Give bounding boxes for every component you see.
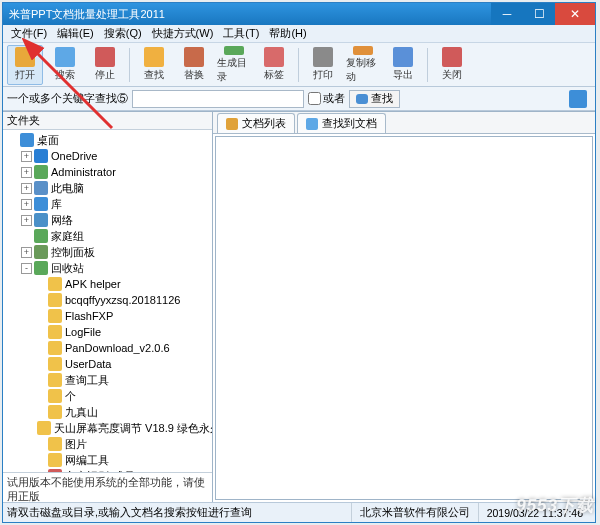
body: 文件夹 桌面+OneDrive+Administrator+此电脑+库+网络家庭… [3,111,595,502]
app-window: 米普PPT文档批量处理工具2011 ─ ☐ ✕ 文件(F) 编辑(E) 搜索(Q… [2,2,596,523]
tree-item-label: 网络 [51,213,73,228]
tree-item-label: APK helper [65,278,121,290]
folder-icon [48,277,62,291]
minimize-button[interactable]: ─ [491,3,523,25]
expand-icon[interactable]: - [21,263,32,274]
homegroup-icon [34,229,48,243]
toolbar-icon [224,46,244,55]
or-checkbox[interactable]: 或者 [308,91,345,106]
tree-item-label: UserData [65,358,111,370]
toolbar-label: 搜索 [55,68,75,82]
tree-item[interactable]: LogFile [3,324,212,340]
tree-item-label: 网编工具 [65,453,109,468]
tree-item[interactable]: 桌面 [3,132,212,148]
folder-tree[interactable]: 桌面+OneDrive+Administrator+此电脑+库+网络家庭组+控制… [3,130,212,472]
tree-item[interactable]: 查询工具 [3,372,212,388]
tree-item-label: 九真山 [65,405,98,420]
tree-item[interactable]: FlashFXP [3,308,212,324]
menu-tools[interactable]: 工具(T) [219,25,263,42]
tree-item-label: 库 [51,197,62,212]
tree-item[interactable]: bcqqffyyxzsq.20181126 [3,292,212,308]
tree-item[interactable]: 天山屏幕亮度调节 V18.9 绿色永久免费版 [3,420,212,436]
toolbar-打开[interactable]: 打开 [7,45,43,85]
tree-item[interactable]: PanDownload_v2.0.6 [3,340,212,356]
menu-help[interactable]: 帮助(H) [265,25,310,42]
tree-item-label: bcqqffyyxzsq.20181126 [65,294,180,306]
toolbar-icon [442,47,462,67]
binoculars-icon [356,94,368,104]
toolbar-icon [55,47,75,67]
tree-item-label: LogFile [65,326,101,338]
tree-item[interactable]: +控制面板 [3,244,212,260]
tab-label: 查找到文档 [322,116,377,131]
tree-item-label: 查询工具 [65,373,109,388]
menubar: 文件(F) 编辑(E) 搜索(Q) 快捷方式(W) 工具(T) 帮助(H) [3,25,595,43]
tree-item[interactable]: 网编工具 [3,452,212,468]
menu-search[interactable]: 搜索(Q) [100,25,146,42]
trial-notice: 试用版本不能使用系统的全部功能，请使用正版 [3,472,212,502]
expand-icon[interactable]: + [21,247,32,258]
toolbar-替换[interactable]: 替换 [176,45,212,85]
or-checkbox-box[interactable] [308,92,321,105]
doc-list-icon [226,118,238,130]
toolbar-icon [313,47,333,67]
control-icon [34,245,48,259]
toolbar-icon [95,47,115,67]
expand-icon[interactable]: + [21,215,32,226]
expand-icon[interactable]: + [21,151,32,162]
toolbar-label: 导出 [393,68,413,82]
search-button[interactable]: 查找 [349,90,400,108]
tab-found-documents[interactable]: 查找到文档 [297,113,386,133]
folder-icon [48,437,62,451]
tree-item[interactable]: 图片 [3,436,212,452]
toolbar-停止[interactable]: 停止 [87,45,123,85]
network-icon [34,213,48,227]
toolbar: 打开搜索停止查找替换生成目录标签打印复制移动导出关闭 [3,43,595,87]
expand-icon[interactable]: + [21,183,32,194]
tree-item[interactable]: APK helper [3,276,212,292]
toolbar-导出[interactable]: 导出 [385,45,421,85]
tree-item[interactable]: +此电脑 [3,180,212,196]
search-button-label: 查找 [371,91,393,106]
status-hint: 请双击磁盘或目录,或输入文档名搜索按钮进行查询 [7,506,252,520]
maximize-button[interactable]: ☐ [523,3,555,25]
tree-item[interactable]: +Administrator [3,164,212,180]
menu-shortcut[interactable]: 快捷方式(W) [148,25,218,42]
menu-file[interactable]: 文件(F) [7,25,51,42]
toolbar-生成目录[interactable]: 生成目录 [216,45,252,85]
tree-item[interactable]: +库 [3,196,212,212]
toolbar-icon [353,46,373,55]
window-title: 米普PPT文档批量处理工具2011 [9,7,165,22]
left-panel-header: 文件夹 [3,112,212,130]
search-input[interactable] [132,90,304,108]
tree-item-label: 桌面 [37,133,59,148]
tree-item[interactable]: UserData [3,356,212,372]
toolbar-icon [264,47,284,67]
tab-document-list[interactable]: 文档列表 [217,113,295,133]
toolbar-label: 关闭 [442,68,462,82]
toolbar-复制移动[interactable]: 复制移动 [345,45,381,85]
tree-item[interactable]: 个 [3,388,212,404]
document-list-area [215,136,593,500]
status-company: 北京米普软件有限公司 [351,503,478,522]
toolbar-标签[interactable]: 标签 [256,45,292,85]
tree-item[interactable]: -回收站 [3,260,212,276]
toolbar-关闭[interactable]: 关闭 [434,45,470,85]
close-button[interactable]: ✕ [555,3,595,25]
tree-item-label: 天山屏幕亮度调节 V18.9 绿色永久免费版 [54,421,212,436]
tree-item[interactable]: +OneDrive [3,148,212,164]
menu-edit[interactable]: 编辑(E) [53,25,98,42]
tree-item[interactable]: +网络 [3,212,212,228]
expand-icon[interactable]: + [21,167,32,178]
searchbar: 一个或多个关键字查找⑤ 或者 查找 [3,87,595,111]
toolbar-查找[interactable]: 查找 [136,45,172,85]
or-label: 或者 [323,91,345,106]
tree-item[interactable]: 九真山 [3,404,212,420]
tree-item[interactable]: 家庭组 [3,228,212,244]
toolbar-搜索[interactable]: 搜索 [47,45,83,85]
tab-label: 文档列表 [242,116,286,131]
toolbar-打印[interactable]: 打印 [305,45,341,85]
toolbar-label: 复制移动 [346,56,380,84]
expand-icon[interactable]: + [21,199,32,210]
folder-icon [48,453,62,467]
